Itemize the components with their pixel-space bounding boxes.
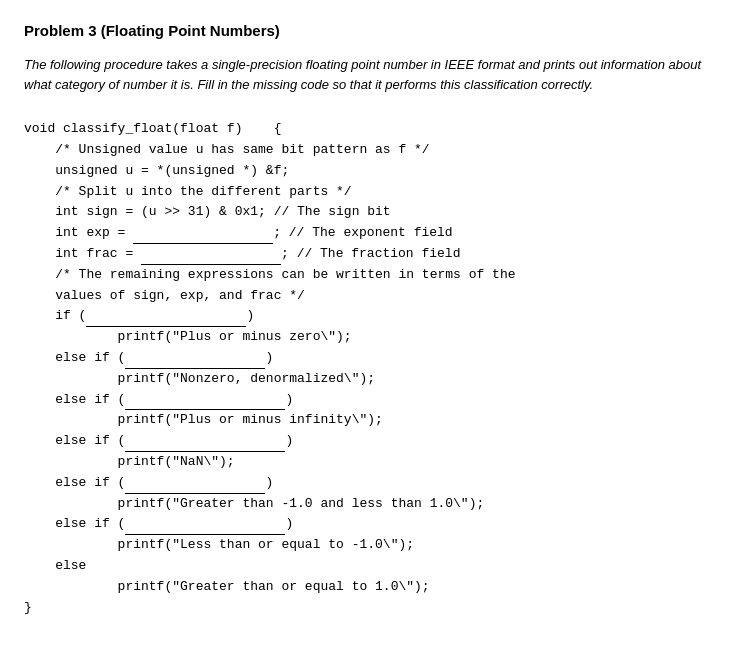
description-text: The following procedure takes a single-p… (24, 57, 701, 92)
blank-elseif4[interactable] (125, 480, 265, 494)
function-signature: void classify_float(float f) { /* Unsign… (24, 121, 515, 614)
problem-description: The following procedure takes a single-p… (24, 55, 722, 95)
blank-frac[interactable] (141, 251, 281, 265)
blank-elseif1[interactable] (125, 355, 265, 369)
problem-title: Problem 3 (Floating Point Numbers) (24, 20, 722, 41)
code-block: void classify_float(float f) { /* Unsign… (24, 119, 722, 618)
blank-if1[interactable] (86, 313, 246, 327)
blank-exp[interactable] (133, 230, 273, 244)
blank-elseif2[interactable] (125, 396, 285, 410)
problem-container: Problem 3 (Floating Point Numbers) The f… (24, 20, 722, 618)
blank-elseif3[interactable] (125, 438, 285, 452)
blank-elseif5[interactable] (125, 521, 285, 535)
